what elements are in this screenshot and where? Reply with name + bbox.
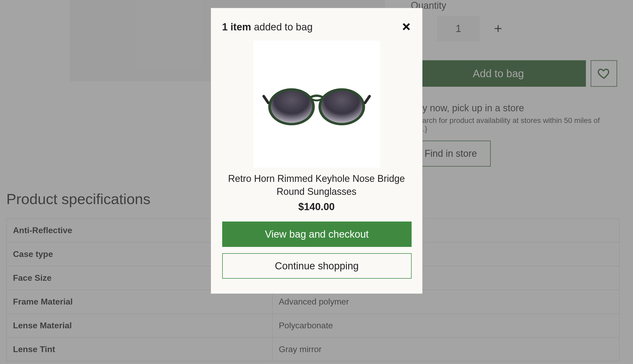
- added-to-bag-modal: 1 item added to bag: [211, 8, 422, 294]
- sunglasses-illustration: [261, 78, 372, 131]
- modal-item-count: 1 item: [222, 21, 251, 33]
- modal-title-suffix: added to bag: [251, 21, 312, 33]
- modal-close-button[interactable]: [400, 21, 412, 33]
- svg-point-8: [321, 91, 362, 123]
- modal-overlay[interactable]: 1 item added to bag: [0, 0, 633, 364]
- svg-point-6: [271, 91, 312, 123]
- continue-shopping-button[interactable]: Continue shopping: [222, 253, 412, 279]
- modal-title: 1 item added to bag: [222, 21, 411, 33]
- modal-product-name: Retro Horn Rimmed Keyhole Nose Bridge Ro…: [222, 172, 411, 198]
- view-bag-button[interactable]: View bag and checkout: [222, 222, 412, 247]
- modal-product-image: [253, 41, 380, 168]
- modal-product-price: $140.00: [222, 201, 411, 213]
- close-icon: [402, 22, 411, 31]
